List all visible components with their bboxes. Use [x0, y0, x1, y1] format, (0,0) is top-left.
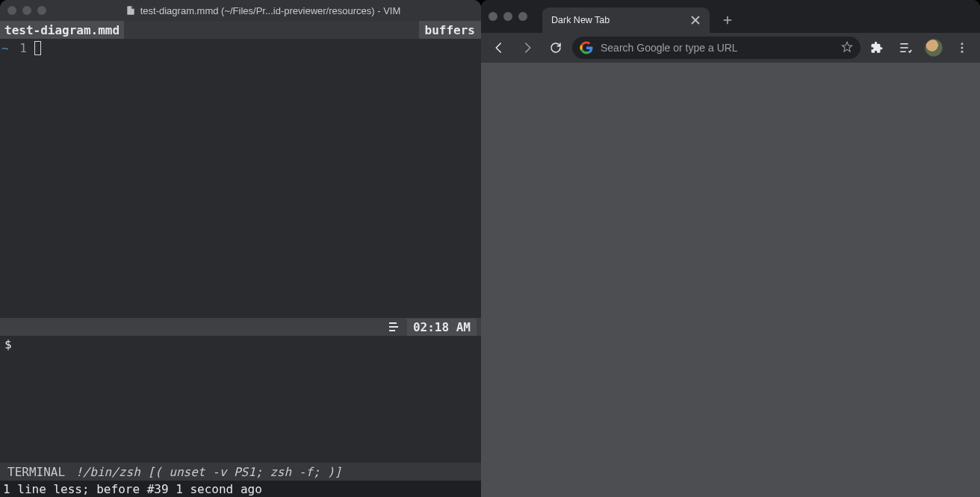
back-button[interactable]: [487, 36, 511, 60]
vim-tabbar: test-diagram.mmd buffers: [0, 21, 481, 39]
minimize-traffic-light[interactable]: [22, 6, 31, 15]
reload-button[interactable]: [544, 36, 568, 60]
chrome-viewport[interactable]: [481, 63, 980, 497]
chrome-tab-title: Dark New Tab: [551, 15, 683, 25]
vim-tab-active[interactable]: test-diagram.mmd: [0, 21, 124, 39]
google-icon: [580, 41, 593, 54]
list-icon: [388, 321, 400, 333]
extensions-button[interactable]: [865, 36, 889, 60]
vim-tabbar-spacer: [124, 21, 418, 39]
chrome-tabstrip: Dark New Tab: [481, 0, 980, 33]
chrome-window: Dark New Tab Search Google or type: [481, 0, 980, 497]
file-icon: [125, 5, 136, 16]
vim-clock-text: 02:18 AM: [413, 320, 471, 334]
forward-button[interactable]: [515, 36, 539, 60]
svg-point-8: [961, 47, 964, 49]
vim-line-1: ~ 1: [0, 40, 481, 57]
vim-titlebar: test-diagram.mmd (~/Files/Pr...id-previe…: [0, 0, 481, 21]
vim-message-text: 1 line less; before #39 1 second ago: [3, 482, 262, 496]
vim-mode-label: TERMINAL: [7, 465, 65, 479]
zoom-traffic-light[interactable]: [37, 6, 46, 15]
vim-window-title: test-diagram.mmd (~/Files/Pr...id-previe…: [52, 5, 474, 16]
vim-editor-pane[interactable]: ~ 1: [0, 39, 481, 318]
chrome-zoom-traffic-light[interactable]: [518, 12, 527, 21]
omnibox[interactable]: Search Google or type a URL: [572, 37, 860, 59]
chrome-toolbar: Search Google or type a URL: [481, 33, 980, 63]
vim-buffers-label[interactable]: buffers: [419, 21, 481, 39]
vim-buffers-text: buffers: [425, 23, 475, 37]
vim-window: test-diagram.mmd (~/Files/Pr...id-previe…: [0, 0, 481, 497]
vim-statusline-lower: TERMINAL !/bin/zsh [( unset -v PS1; zsh …: [0, 463, 481, 481]
reading-list-button[interactable]: [893, 36, 917, 60]
vim-cursor: [34, 41, 41, 55]
bookmark-star-icon[interactable]: [841, 41, 853, 55]
vim-message-line: 1 line less; before #39 1 second ago: [0, 481, 481, 497]
vim-shell-info: !/bin/zsh [( unset -v PS1; zsh -f; )]: [75, 465, 341, 479]
svg-point-9: [961, 51, 964, 53]
chrome-close-traffic-light[interactable]: [489, 12, 497, 21]
terminal-prompt: $: [4, 337, 12, 351]
vim-statusline-upper: 02:18 AM: [0, 318, 481, 336]
avatar-icon: [925, 39, 943, 57]
svg-point-7: [961, 43, 964, 45]
vim-line-number: 1: [10, 40, 33, 57]
omnibox-placeholder: Search Google or type a URL: [601, 42, 834, 54]
vim-tab-filename: test-diagram.mmd: [4, 23, 120, 37]
chrome-menu-button[interactable]: [950, 36, 974, 60]
close-traffic-light[interactable]: [7, 6, 16, 15]
vim-clock: 02:18 AM: [407, 319, 477, 336]
vim-terminal-pane[interactable]: $: [0, 336, 481, 463]
chrome-traffic-lights: [489, 0, 535, 33]
new-tab-button[interactable]: [717, 10, 738, 31]
vim-traffic-lights: [7, 6, 46, 15]
vim-gutter-tilde: ~: [0, 40, 10, 57]
close-icon[interactable]: [690, 15, 701, 25]
vim-window-title-text: test-diagram.mmd (~/Files/Pr...id-previe…: [140, 5, 401, 16]
profile-avatar[interactable]: [922, 36, 946, 60]
chrome-tab-active[interactable]: Dark New Tab: [542, 7, 710, 33]
chrome-minimize-traffic-light[interactable]: [503, 12, 512, 21]
